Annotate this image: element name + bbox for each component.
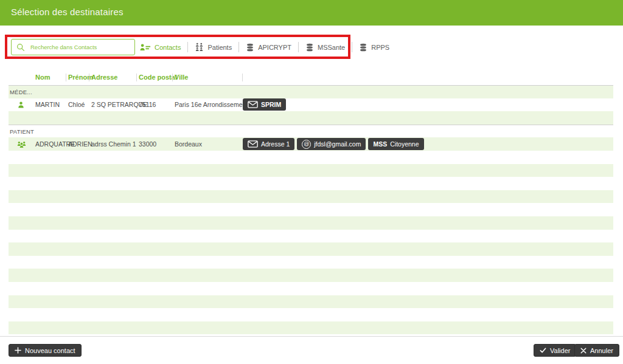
contact-row[interactable]: MARTINChloé2 SQ PETRARQUE75116Paris 16e … <box>9 98 613 112</box>
group-label: MÉDE... <box>10 89 32 95</box>
empty-row <box>9 151 613 164</box>
search-box[interactable] <box>11 39 135 55</box>
column-separator <box>172 74 173 81</box>
footer-divider <box>0 336 623 337</box>
column-header-nom[interactable]: Nom <box>35 74 50 81</box>
page-title: Sélection des destinataires <box>11 7 124 17</box>
empty-row <box>9 230 613 243</box>
person-icon <box>17 98 25 112</box>
patients-icon <box>195 43 204 52</box>
tab-label: RPPS <box>371 44 389 51</box>
cell-nom: MARTIN <box>35 98 60 112</box>
empty-row <box>9 164 613 177</box>
badge-prefix: MSS <box>373 140 387 148</box>
plus-icon <box>15 347 21 354</box>
table-header: NomPrénomAdresseCode postalVille <box>0 72 623 84</box>
recipient-source-tabs: ContactsPatientsAPICRYPTMSSanteRPPS <box>140 39 389 55</box>
tab-separator <box>238 42 239 52</box>
empty-row <box>9 242 613 256</box>
empty-row <box>9 256 613 269</box>
cell-ville: Bordeaux <box>175 137 202 151</box>
address-badge[interactable]: Adresse 1 <box>243 138 294 150</box>
cell-prenom: Chloé <box>68 98 85 112</box>
tab-rpps[interactable]: RPPS <box>359 43 389 52</box>
empty-row <box>9 216 613 230</box>
address-badge[interactable]: MSSCitoyenne <box>368 138 423 150</box>
tab-contacts[interactable]: Contacts <box>140 43 181 52</box>
badge-label: jfdsl@gmail.com <box>314 140 361 148</box>
database-icon <box>305 43 314 52</box>
address-badge[interactable]: SPRIM <box>243 98 286 111</box>
contact-row[interactable]: ADRQUATREADRIENadrss Chemin 133000Bordea… <box>9 137 613 151</box>
column-header-adresse[interactable]: Adresse <box>91 74 117 81</box>
empty-row <box>9 177 613 190</box>
database-icon <box>246 43 254 52</box>
tab-label: APICRYPT <box>258 44 291 51</box>
address-badges: SPRIM <box>243 98 286 112</box>
column-separator <box>136 74 137 81</box>
empty-row <box>9 111 613 125</box>
empty-row <box>9 295 613 309</box>
recipient-selection-dialog: Sélection des destinataires ContactsPati… <box>0 0 623 364</box>
group-row: PATIENT <box>9 125 613 138</box>
dialog-titlebar: Sélection des destinataires <box>0 0 623 26</box>
search-input[interactable] <box>29 43 130 51</box>
envelope-icon <box>248 101 258 108</box>
tab-label: Patients <box>207 44 232 51</box>
envelope-icon <box>248 140 258 148</box>
database-icon <box>359 43 367 52</box>
badge-label: Citoyenne <box>390 140 419 148</box>
badge-label: SPRIM <box>261 101 281 108</box>
tab-separator <box>187 42 188 52</box>
badge-label: Adresse 1 <box>261 140 290 148</box>
column-separator <box>242 74 243 81</box>
column-separator <box>66 74 66 81</box>
close-icon <box>580 348 586 354</box>
column-header-code-postal[interactable]: Code postal <box>139 74 177 81</box>
address-badges: Adresse 1@jfdsl@gmail.comMSSCitoyenne <box>243 137 424 151</box>
tab-apicrypt[interactable]: APICRYPT <box>246 43 291 52</box>
cell-code_postal: 33000 <box>139 137 156 151</box>
cell-code_postal: 75116 <box>139 98 156 112</box>
tab-patients[interactable]: Patients <box>195 43 232 52</box>
column-separator <box>89 74 89 81</box>
empty-row <box>9 190 613 204</box>
group-row: MÉDE... <box>9 85 613 98</box>
new-contact-button[interactable]: Nouveau contact <box>9 344 82 357</box>
empty-row <box>9 282 613 295</box>
empty-row <box>9 269 613 282</box>
column-header-ville[interactable]: Ville <box>175 74 188 81</box>
search-icon <box>16 43 25 52</box>
cancel-button[interactable]: Annuler <box>574 344 619 357</box>
empty-row <box>9 321 613 335</box>
empty-row <box>9 308 613 321</box>
at-icon: @ <box>302 140 311 149</box>
tab-label: MSSante <box>318 44 345 51</box>
tab-mssante[interactable]: MSSante <box>305 43 345 52</box>
cell-adresse: adrss Chemin 1 <box>91 137 136 151</box>
check-icon <box>540 347 546 354</box>
cell-prenom: ADRIEN <box>68 137 92 151</box>
tab-separator <box>298 42 299 52</box>
group-label: PATIENT <box>10 128 34 135</box>
validate-button[interactable]: Valider <box>534 344 576 357</box>
address-badge[interactable]: @jfdsl@gmail.com <box>297 138 366 150</box>
cell-ville: Paris 16e Arrondissement <box>175 98 248 112</box>
contact-table-body: MÉDE...MARTINChloé2 SQ PETRARQUE75116Par… <box>9 85 613 334</box>
contacts-icon <box>140 43 151 52</box>
tab-separator <box>352 42 352 52</box>
tab-label: Contacts <box>155 44 181 51</box>
people-icon <box>17 137 26 151</box>
empty-row <box>9 203 613 216</box>
